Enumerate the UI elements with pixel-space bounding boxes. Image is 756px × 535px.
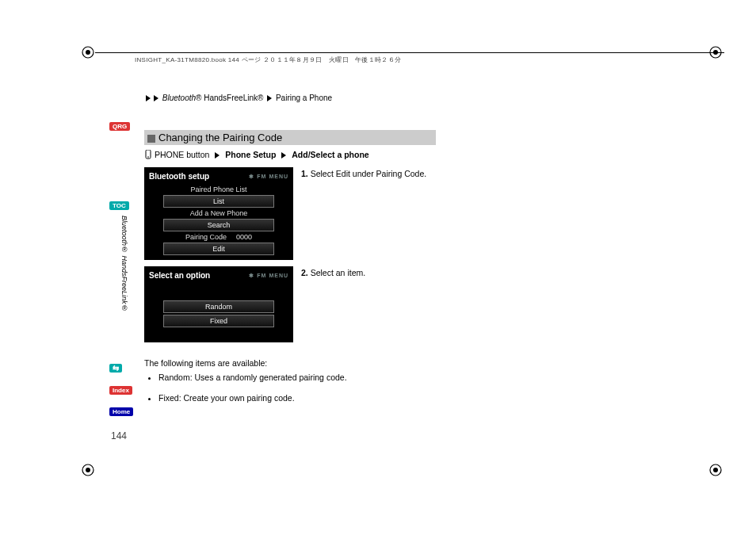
crop-mark-icon [79,44,97,61]
screenshot-bluetooth-setup: Bluetooth setup ✱ FM MENU Paired Phone L… [144,167,293,260]
arrow-right-icon [154,95,158,101]
nav-phone-setup: Phone Setup [225,150,276,159]
section-heading-text: Changing the Pairing Code [158,132,282,143]
arrow-right-icon [146,95,151,101]
section-heading: Changing the Pairing Code [144,130,436,145]
tab-nav[interactable]: ⇆ [109,364,122,373]
crop-mark-icon [707,461,724,479]
section-side-label: Bluetooth® HandsFreeLink® [119,216,128,312]
screen-button-edit: Edit [163,243,274,255]
step-number: 2. [301,268,308,277]
breadcrumb-part-pairing: Pairing a Phone [276,94,332,102]
breadcrumb: Bluetooth® HandsFreeLink® Pairing a Phon… [144,94,332,102]
step-2: 2. Select an item. [301,266,588,342]
screen-title: Select an option [149,271,210,280]
screen-status: ✱ FM MENU [249,273,288,279]
crop-mark-icon [79,461,97,479]
svg-point-7 [713,468,718,472]
available-items: The following items are available: Rando… [144,358,588,403]
screenshot-select-option: Select an option ✱ FM MENU Random Fixed [144,266,293,342]
tab-index[interactable]: Index [109,386,132,395]
screen-button-list: List [163,195,274,208]
phone-icon [144,150,152,161]
screen-title: Bluetooth setup [149,172,209,181]
step-1: 1. Select Edit under Pairing Code. [301,167,588,260]
screen-button-random: Random [163,300,274,313]
breadcrumb-part-bluetooth: Bluetooth [162,94,196,102]
list-item: Fixed: Create your own pairing code. [158,393,588,403]
screen-button-search: Search [163,219,274,231]
tab-home[interactable]: Home [109,407,133,416]
header-filename: INSIGHT_KA-31TM8820.book 144 ページ ２０１１年８月… [135,55,401,64]
breadcrumb-part-hfl: ® HandsFreeLink® [196,94,263,102]
arrow-right-icon [215,152,220,159]
heading-marker-icon [147,135,155,143]
available-intro: The following items are available: [144,358,588,368]
svg-point-5 [86,468,90,472]
header-divider [95,52,724,53]
arrow-right-icon [281,152,286,159]
tab-qrg[interactable]: QRG [109,122,130,131]
svg-point-1 [86,50,90,55]
screen-label: Add a New Phone [147,209,290,217]
nav-add-select: Add/Select a phone [292,150,368,159]
svg-point-9 [147,156,149,158]
nav-phone-button: PHONE button [155,150,209,159]
page-number: 144 [111,430,127,441]
step-number: 1. [301,169,308,178]
arrow-right-icon [267,95,272,101]
list-item: Random: Uses a randomly generated pairin… [158,373,588,382]
screen-label: Paired Phone List [147,185,290,193]
screen-label: Pairing Code0000 [147,233,290,241]
nav-path: PHONE button Phone Setup Add/Select a ph… [144,150,588,161]
tab-toc[interactable]: TOC [109,201,129,210]
screen-status: ✱ FM MENU [249,174,288,180]
screen-button-fixed: Fixed [163,315,274,327]
